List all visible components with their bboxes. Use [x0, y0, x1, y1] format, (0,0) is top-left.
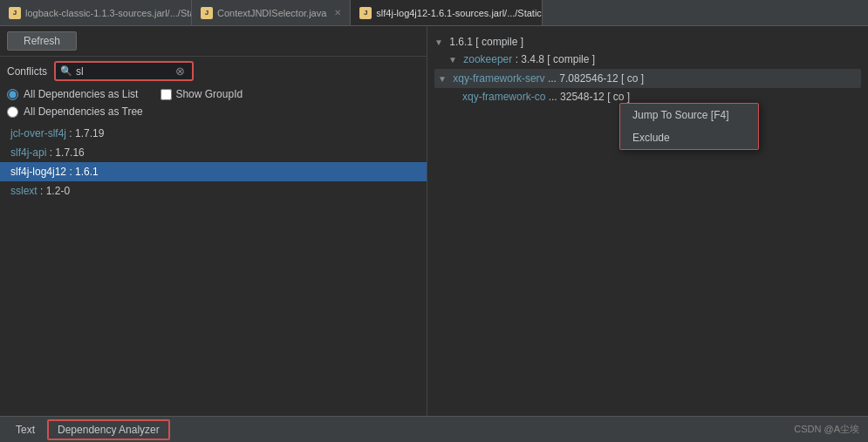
- search-icon: 🔍: [60, 65, 72, 77]
- dep-name-slf4j-log4j12: slf4j-log4j12: [10, 166, 66, 178]
- bottom-tab-dep-analyzer[interactable]: Dependency Analyzer: [47, 419, 170, 440]
- dep-name-slf4j-api: slf4j-api: [10, 146, 46, 159]
- tree-xqy-serv-suffix: 7.082546-12: [559, 72, 618, 85]
- show-groupid-checkbox[interactable]: [161, 89, 172, 100]
- bottom-bar: Text Dependency Analyzer CSDN @A尘埃: [0, 416, 868, 442]
- left-panel: Refresh Conflicts 🔍 ⊗ All Dependencies a…: [0, 26, 427, 416]
- tree-root-scope-bracket: [: [475, 36, 478, 48]
- dep-version-jcl: : 1.7.19: [69, 127, 104, 139]
- dep-item-slf4j-api[interactable]: slf4j-api : 1.7.16: [0, 143, 427, 162]
- dep-name-jcl: jcl-over-slf4j: [10, 127, 66, 139]
- dep-item-slf4j-log4j12[interactable]: slf4j-log4j12 : 1.6.1: [0, 162, 427, 181]
- tab-2-icon: J: [201, 7, 213, 19]
- radio-row-tree: All Dependencies as Tree: [0, 103, 427, 120]
- dep-version-slf4j-api: : 1.7.16: [50, 146, 85, 159]
- radio-all-deps-tree[interactable]: [7, 106, 18, 118]
- dep-version-sslext: : 1.2-0: [40, 185, 70, 197]
- dependency-list: jcl-over-slf4j : 1.7.19 slf4j-api : 1.7.…: [0, 120, 427, 416]
- tab-1[interactable]: J logback-classic-1.1.3-sources.jarl/...…: [0, 0, 192, 25]
- tree-node-zookeeper[interactable]: ▼ zookeeper : 3.4.8 [ compile ]: [434, 51, 861, 68]
- tree-toggle-root: ▼: [434, 37, 443, 47]
- tree-area: ▼ 1.6.1 [ compile ] ▼ zookeeper : 3.4.8 …: [427, 26, 868, 416]
- dep-version-slf4j-log4j12: : 1.6.1: [69, 166, 98, 178]
- tree-toggle-zookeeper: ▼: [448, 55, 457, 65]
- tree-root-version: 1.6.1: [449, 36, 473, 48]
- toolbar: Refresh: [0, 26, 427, 57]
- radio-all-deps-list[interactable]: [7, 89, 18, 100]
- tab-2[interactable]: J ContextJNDISelector.java ✕: [192, 0, 351, 25]
- show-groupid-label: Show GroupId: [175, 88, 243, 100]
- tree-zookeeper-version: 3.4.8: [521, 53, 544, 65]
- tab-1-icon: J: [9, 7, 21, 19]
- watermark: CSDN @A尘埃: [794, 423, 859, 436]
- context-menu: Jump To Source [F4] Exclude: [619, 103, 759, 150]
- context-menu-exclude[interactable]: Exclude: [620, 126, 758, 149]
- dep-name-sslext: sslext: [10, 185, 38, 197]
- tab-3[interactable]: J slf4j-log4j12-1.6.1-sources.jarl/.../S…: [351, 0, 543, 25]
- tree-node-root[interactable]: ▼ 1.6.1 [ compile ]: [434, 33, 861, 51]
- search-input[interactable]: [76, 65, 172, 78]
- tab-2-close[interactable]: ✕: [334, 8, 341, 17]
- tree-xqy-serv-scope: co: [627, 72, 639, 85]
- search-box: 🔍 ⊗: [54, 61, 194, 81]
- tab-1-label: logback-classic-1.1.3-sources.jarl/.../S…: [25, 8, 192, 18]
- filter-row: Conflicts 🔍 ⊗: [0, 57, 427, 85]
- all-deps-tree-label: All Dependencies as Tree: [24, 105, 143, 118]
- dep-item-sslext[interactable]: sslext : 1.2-0: [0, 181, 427, 201]
- search-clear-icon[interactable]: ⊗: [175, 65, 185, 78]
- tree-xqy-serv-name: xqy-framework-serv: [453, 72, 544, 85]
- tree-zookeeper-scope: compile: [553, 53, 589, 65]
- right-panel: ▼ 1.6.1 [ compile ] ▼ zookeeper : 3.4.8 …: [427, 26, 868, 416]
- tree-xqy-co-suffix: 32548-12: [560, 91, 605, 103]
- tree-node-xqy-serv[interactable]: ▼ xqy-framework-serv ... 7.082546-12 [ c…: [434, 69, 861, 88]
- dep-item-jcl[interactable]: jcl-over-slf4j : 1.7.19: [0, 124, 427, 143]
- main-area: Refresh Conflicts 🔍 ⊗ All Dependencies a…: [0, 26, 868, 416]
- tree-toggle-xqy-serv: ▼: [438, 74, 447, 84]
- tab-bar: J logback-classic-1.1.3-sources.jarl/...…: [0, 0, 868, 26]
- tree-zookeeper-name: zookeeper: [463, 53, 512, 65]
- context-menu-jump-to-source[interactable]: Jump To Source [F4]: [620, 104, 758, 126]
- tree-xqy-co-scope: co: [613, 91, 625, 103]
- tree-xqy-co-name: xqy-framework-co: [462, 91, 545, 103]
- tab-3-icon: J: [359, 7, 372, 19]
- bottom-tab-text[interactable]: Text: [7, 421, 44, 439]
- tab-2-label: ContextJNDISelector.java: [217, 8, 326, 18]
- all-deps-list-label: All Dependencies as List: [24, 88, 138, 100]
- tree-root-scope: compile: [482, 36, 517, 48]
- show-groupid-container: Show GroupId: [161, 88, 243, 100]
- tab-3-label: slf4j-log4j12-1.6.1-sources.jarl/.../Sta…: [376, 8, 543, 18]
- conflicts-label: Conflicts: [7, 65, 47, 78]
- radio-row-list: All Dependencies as List Show GroupId: [0, 85, 427, 103]
- refresh-button[interactable]: Refresh: [7, 31, 77, 51]
